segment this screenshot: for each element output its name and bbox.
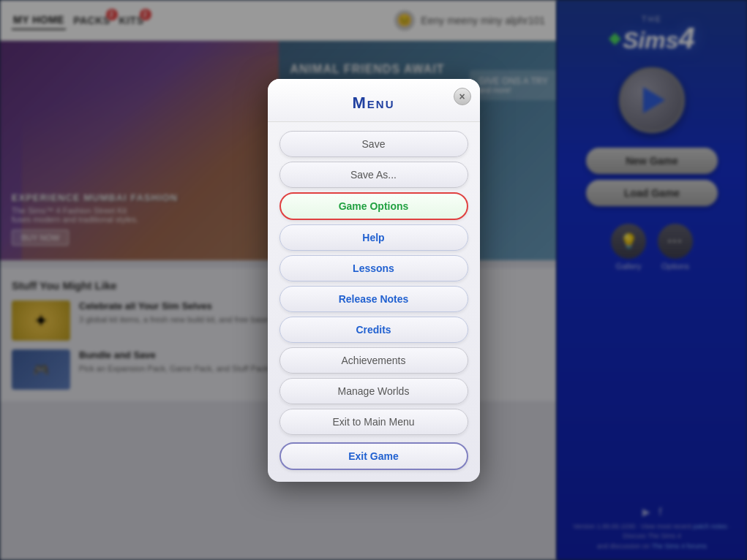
save-btn[interactable]: Save (279, 131, 468, 157)
modal-header: Menu × (268, 79, 480, 122)
credits-btn[interactable]: Credits (279, 317, 468, 343)
help-btn[interactable]: Help (279, 224, 468, 251)
modal-close-button[interactable]: × (454, 88, 471, 105)
modal-body: Save Save As... Game Options Help Lesson… (268, 122, 480, 470)
manage-worlds-btn[interactable]: Manage Worlds (279, 378, 468, 404)
lessons-btn[interactable]: Lessons (279, 255, 468, 281)
modal-backdrop: Menu × Save Save As... Game Options Help… (0, 0, 747, 560)
achievements-btn[interactable]: Achievements (279, 347, 468, 374)
exit-main-menu-btn[interactable]: Exit to Main Menu (279, 409, 468, 435)
save-as-btn[interactable]: Save As... (279, 162, 468, 188)
exit-game-btn[interactable]: Exit Game (279, 442, 468, 470)
menu-modal: Menu × Save Save As... Game Options Help… (268, 79, 480, 482)
game-options-btn[interactable]: Game Options (279, 192, 468, 220)
release-notes-btn[interactable]: Release Notes (279, 286, 468, 312)
modal-title: Menu (353, 94, 395, 112)
